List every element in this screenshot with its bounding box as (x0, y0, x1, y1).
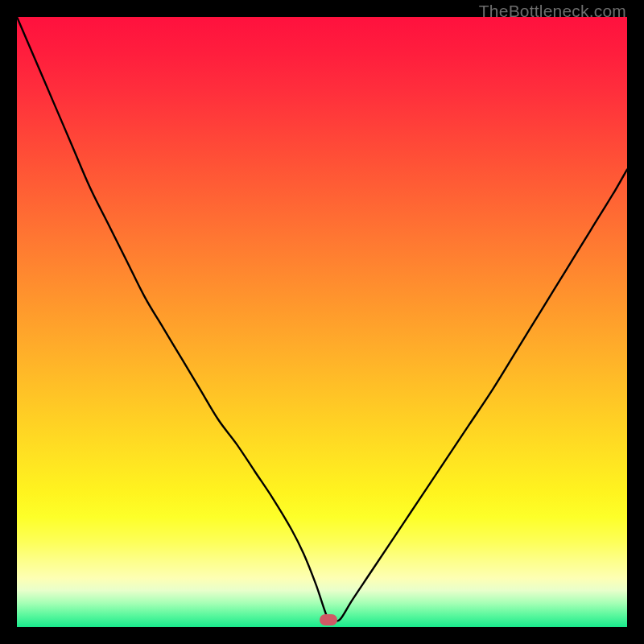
bottleneck-marker (320, 614, 337, 625)
chart-plot-area (17, 17, 627, 627)
bottleneck-curve (17, 17, 627, 627)
watermark-text: TheBottleneck.com (479, 2, 626, 21)
chart-frame: TheBottleneck.com (0, 0, 644, 644)
